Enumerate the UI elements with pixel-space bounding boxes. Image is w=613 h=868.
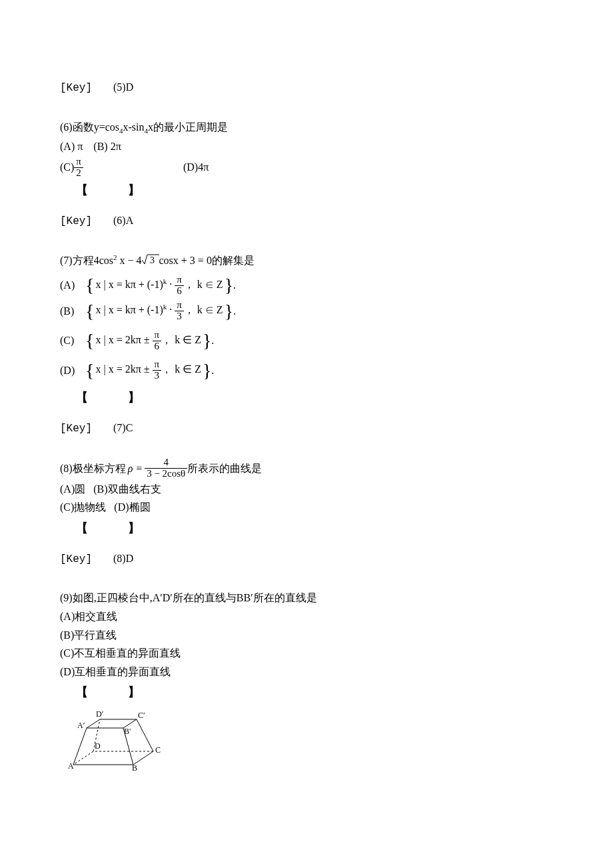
q7-exp: 2 — [113, 253, 117, 261]
question-7-stem: (7)方程 4cos2 x − 43cosx + 3 = 0 的解集是 — [60, 252, 553, 271]
fraction-numerator: π — [153, 330, 162, 341]
fraction-denominator: 3 — [153, 371, 162, 381]
question-7-choice-c: (C) { x | x = 2kπ ± π6， k ∈ Z } . — [60, 330, 553, 352]
q7-text: 的解集是 — [212, 255, 255, 266]
question-7-choice-a: (A) { x | x = kπ + (-1)k · π6， k ∈ Z } . — [60, 275, 553, 297]
q6-choice-b-label: (B) — [93, 141, 107, 152]
choice-label: (B) — [60, 303, 85, 320]
q6-choice-d-value: 4π — [198, 159, 209, 176]
key-value: (6)A — [113, 215, 133, 226]
set-expression: { x | x = 2kπ ± π6， k ∈ Z } — [85, 330, 211, 352]
fraction-denominator: 3 — [175, 311, 184, 322]
fraction: π3 — [153, 359, 162, 381]
q8-text: 所表示的曲线是 — [187, 460, 262, 477]
svg-text:3: 3 — [150, 255, 155, 265]
answer-bracket: 【 】 — [60, 683, 553, 702]
fraction-numerator: π — [175, 300, 184, 311]
question-8-choices-row1: (A)圆 (B)双曲线右支 — [60, 481, 553, 498]
brace-left-icon: { — [85, 331, 94, 350]
key-label: [Key] — [60, 215, 92, 227]
set-text: x | x = kπ + (-1) — [95, 304, 163, 315]
question-7-choice-b: (B) { x | x = kπ + (-1)k · π3， k ∈ Z } . — [60, 300, 553, 322]
q6-choice-d-label: (D) — [183, 159, 198, 176]
fraction: π6 — [153, 330, 162, 352]
q6-choice-c-label: (C) — [60, 159, 74, 176]
set-expression: { x | x = 2kπ ± π3， k ∈ Z } — [85, 359, 211, 381]
fraction-numerator: π — [74, 157, 83, 168]
answer-key-8: [Key] (8)D — [60, 550, 553, 569]
q7-text: (7)方程 — [60, 255, 94, 266]
vertex-B: B — [132, 763, 137, 771]
fraction: π6 — [175, 275, 184, 297]
key-label: [Key] — [60, 423, 92, 435]
set-text: ， k ∈ Z — [184, 279, 223, 290]
vertex-Dp: D′ — [96, 709, 104, 719]
fraction-numerator: 4 — [145, 457, 187, 469]
q8-choice-d: (D)椭圆 — [114, 501, 150, 513]
answer-bracket: 【 】 — [60, 519, 553, 538]
key-label: [Key] — [60, 82, 92, 94]
brace-right-icon: } — [203, 331, 211, 350]
answer-key-6: [Key] (6)A — [60, 212, 553, 231]
vertex-Ap: A′ — [77, 721, 85, 730]
q6-text: x的最小正周期是 — [148, 121, 228, 133]
answer-key-5: [Key] (5)D — [60, 79, 553, 97]
vertex-A: A — [68, 761, 74, 771]
brace-right-icon: } — [225, 302, 233, 321]
sqrt-icon: 3 — [142, 253, 159, 271]
set-text: ， k ∈ Z — [161, 334, 201, 345]
q7-eq: 4cos — [94, 255, 113, 267]
fraction: π3 — [175, 300, 184, 322]
question-7-choice-d: (D) { x | x = 2kπ ± π3， k ∈ Z } . — [60, 359, 553, 381]
q9-choice-a: (A)相交直线 — [60, 608, 553, 625]
vertex-Cp: C′ — [138, 711, 145, 720]
answer-key-7: [Key] (7)C — [60, 419, 553, 438]
question-9-stem: (9)如图,正四棱台中,A′D′所在的直线与BB′所在的直线是 — [60, 589, 553, 607]
q7-eq: x − 4 — [119, 255, 141, 267]
q8-choice-c: (C)抛物线 — [60, 501, 106, 513]
brace-left-icon: { — [85, 302, 94, 321]
brace-right-icon: } — [203, 361, 211, 380]
svg-line-11 — [137, 719, 153, 751]
question-8-stem: (8)极坐标方程 ρ = 4 3 − 2cosθ 所表示的曲线是 — [60, 457, 553, 479]
set-text: x | x = kπ + (-1) — [95, 279, 163, 290]
fraction-numerator: π — [175, 275, 184, 286]
svg-line-8 — [87, 719, 100, 728]
fraction-denominator: 3 − 2cosθ — [145, 469, 187, 479]
q8-choice-b: (B)双曲线右支 — [93, 483, 161, 495]
q6-text: (6)函数y=cos — [60, 121, 119, 133]
set-text: x | x = 2kπ ± — [95, 363, 152, 375]
answer-bracket: 【 】 — [60, 181, 553, 200]
fraction-denominator: 6 — [175, 286, 184, 297]
set-expression: { x | x = kπ + (-1)k · π3， k ∈ Z } — [85, 300, 233, 322]
q7-eq: cosx + 3 = 0 — [159, 255, 212, 267]
key-value: (7)C — [113, 422, 133, 433]
question-6-stem: (6)函数y=cos4x-sin4x的最小正周期是 — [60, 119, 553, 137]
svg-line-9 — [73, 728, 87, 765]
q9-choice-b: (B)平行直线 — [60, 627, 553, 644]
question-6-choices-row1: (A) π (B) 2π — [60, 138, 553, 155]
brace-left-icon: { — [85, 361, 94, 380]
q8-rho: ρ = — [126, 460, 145, 477]
q6-choice-c-fraction: π 2 — [74, 157, 83, 179]
question-8-choices-row2: (C)抛物线 (D)椭圆 — [60, 499, 553, 516]
frustum-diagram: A B C D A′ B′ C′ D′ — [60, 705, 167, 771]
answer-bracket: 【 】 — [60, 388, 553, 407]
q9-choice-d: (D)互相垂直的异面直线 — [60, 663, 553, 681]
set-text: ， k ∈ Z — [184, 304, 223, 315]
choice-label: (D) — [60, 362, 85, 379]
set-text: · — [167, 304, 175, 315]
q6-choice-a-label: (A) — [60, 141, 75, 152]
fraction-denominator: 6 — [153, 341, 162, 352]
key-label: [Key] — [60, 553, 92, 565]
q6-choice-a-value: π — [77, 141, 83, 152]
vertex-Bp: B′ — [124, 727, 131, 736]
q6-choice-b-value: 2π — [111, 141, 121, 152]
svg-line-4 — [73, 751, 93, 765]
set-text: ， k ∈ Z — [161, 363, 201, 375]
set-text: x | x = 2kπ ± — [95, 334, 152, 345]
svg-line-2 — [133, 751, 153, 765]
brace-left-icon: { — [85, 276, 94, 295]
vertex-C: C — [155, 745, 161, 755]
key-value: (5)D — [113, 81, 133, 93]
